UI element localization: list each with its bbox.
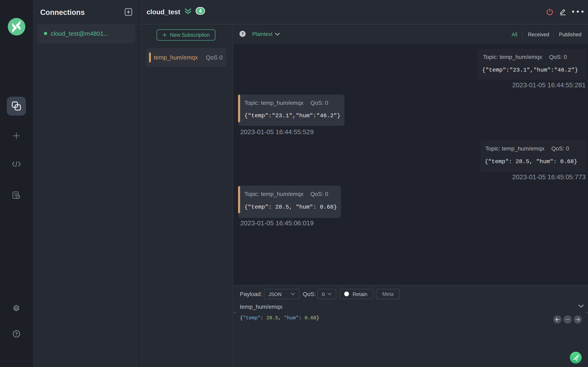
svg-text:?: ? [15, 331, 18, 336]
